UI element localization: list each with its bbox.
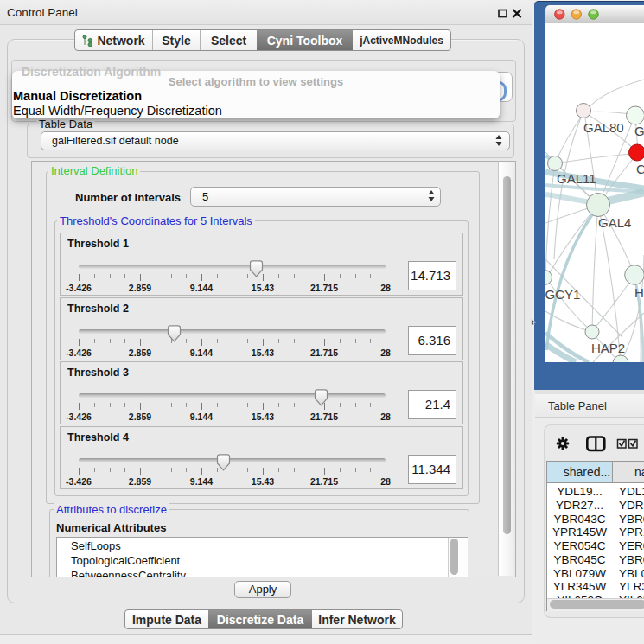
svg-text:GCY1: GCY1 xyxy=(545,287,580,302)
svg-text:G.: G. xyxy=(634,124,644,138)
svg-text:H: H xyxy=(634,285,644,300)
svg-text:GAL80: GAL80 xyxy=(583,120,624,135)
svg-text:GAL11: GAL11 xyxy=(557,171,596,186)
svg-text:HAP2: HAP2 xyxy=(591,341,625,355)
svg-text:C: C xyxy=(636,162,644,176)
svg-text:GAL4: GAL4 xyxy=(598,215,631,230)
